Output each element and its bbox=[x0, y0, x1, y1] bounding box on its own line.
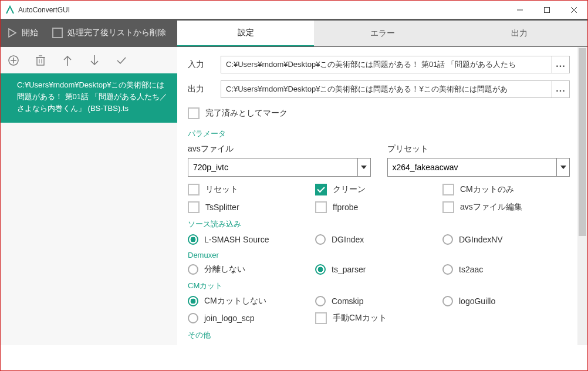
source-dgindexnv-radio[interactable] bbox=[442, 234, 453, 245]
mark-done-label: 完了済みとしてマーク bbox=[205, 108, 288, 119]
settings-panel: 入力 ... 出力 ... 完了済みとしてマーク パラメータ avsファイル 7… bbox=[177, 46, 587, 345]
section-parameters: パラメータ bbox=[188, 125, 570, 144]
input-path-input[interactable] bbox=[221, 56, 552, 73]
svg-rect-1 bbox=[545, 7, 550, 12]
input-label: 入力 bbox=[188, 59, 221, 70]
chevron-down-icon bbox=[556, 158, 569, 176]
check-button[interactable] bbox=[114, 53, 129, 68]
output-path-input[interactable] bbox=[221, 81, 552, 97]
clean-checkbox[interactable] bbox=[315, 184, 327, 195]
delete-button[interactable] bbox=[33, 53, 48, 68]
demux-tsparser-radio[interactable] bbox=[315, 264, 326, 275]
main-area: C:¥Users¥rndom¥Desktop¥この美術部には問題がある！ 第01… bbox=[1, 47, 587, 345]
cm-none-radio[interactable] bbox=[188, 296, 198, 306]
window-title: AutoConvertGUI bbox=[18, 6, 506, 14]
cm-comskip-radio[interactable] bbox=[315, 296, 326, 306]
file-list-item[interactable]: C:¥Users¥rndom¥Desktop¥この美術部には問題がある！ 第01… bbox=[1, 73, 177, 123]
avsedit-checkbox[interactable] bbox=[442, 201, 454, 213]
delete-after-checkbox[interactable] bbox=[52, 28, 63, 38]
move-down-button[interactable] bbox=[87, 53, 102, 68]
titlebar: AutoConvertGUI bbox=[1, 1, 587, 19]
start-label[interactable]: 開始 bbox=[22, 28, 38, 38]
section-other: その他 bbox=[188, 326, 570, 345]
source-dgindex-radio[interactable] bbox=[315, 234, 326, 245]
app-logo-icon bbox=[5, 5, 15, 15]
reset-checkbox[interactable] bbox=[188, 184, 200, 195]
svg-rect-10 bbox=[37, 58, 44, 65]
file-list-sidebar: C:¥Users¥rndom¥Desktop¥この美術部には問題がある！ 第01… bbox=[1, 47, 177, 345]
tab-settings[interactable]: 設定 bbox=[177, 21, 314, 46]
input-browse-button[interactable]: ... bbox=[552, 56, 570, 73]
scrollbar-thumb[interactable] bbox=[579, 48, 586, 236]
tab-output[interactable]: 出力 bbox=[451, 21, 587, 46]
preset-select[interactable]: x264_fakeaacwav bbox=[387, 158, 570, 177]
cm-joinlogo-radio[interactable] bbox=[188, 313, 198, 323]
source-lsmash-radio[interactable] bbox=[188, 234, 198, 245]
cm-logoguillo-radio[interactable] bbox=[442, 296, 453, 306]
mark-done-checkbox[interactable] bbox=[188, 107, 200, 119]
cmonly-checkbox[interactable] bbox=[442, 184, 454, 195]
output-browse-button[interactable]: ... bbox=[552, 80, 570, 98]
avs-value: 720p_ivtc bbox=[188, 163, 357, 172]
section-cmcut: CMカット bbox=[188, 277, 570, 296]
section-demuxer: Demuxer bbox=[188, 247, 570, 264]
scrollbar[interactable] bbox=[577, 47, 587, 345]
minimize-button[interactable] bbox=[506, 1, 533, 19]
list-toolbar bbox=[1, 47, 177, 73]
cm-manual-checkbox[interactable] bbox=[315, 312, 327, 324]
maximize-button[interactable] bbox=[533, 1, 560, 19]
tssplitter-checkbox[interactable] bbox=[188, 201, 200, 213]
preset-label: プリセット bbox=[387, 144, 570, 154]
add-button[interactable] bbox=[6, 53, 21, 68]
preset-value: x264_fakeaacwav bbox=[388, 163, 557, 172]
input-field[interactable] bbox=[221, 56, 552, 73]
output-field[interactable] bbox=[221, 80, 552, 98]
move-up-button[interactable] bbox=[60, 53, 75, 68]
tab-bar: 設定 エラー 出力 bbox=[177, 21, 587, 46]
ffprobe-checkbox[interactable] bbox=[315, 201, 327, 213]
demux-ts2aac-radio[interactable] bbox=[442, 264, 453, 275]
chevron-down-icon bbox=[357, 158, 370, 176]
content-pane: 設定 エラー 出力 入力 ... 出力 ... 完了済みとしてマーク パラメータ bbox=[177, 47, 587, 345]
tab-errors[interactable]: エラー bbox=[314, 21, 451, 46]
section-source: ソース読み込み bbox=[188, 215, 570, 234]
play-icon[interactable] bbox=[8, 28, 17, 38]
output-label: 出力 bbox=[188, 84, 221, 95]
avs-select[interactable]: 720p_ivtc bbox=[188, 158, 371, 177]
avs-label: avsファイル bbox=[188, 144, 371, 154]
close-button[interactable] bbox=[560, 1, 587, 19]
demux-none-radio[interactable] bbox=[188, 264, 198, 275]
